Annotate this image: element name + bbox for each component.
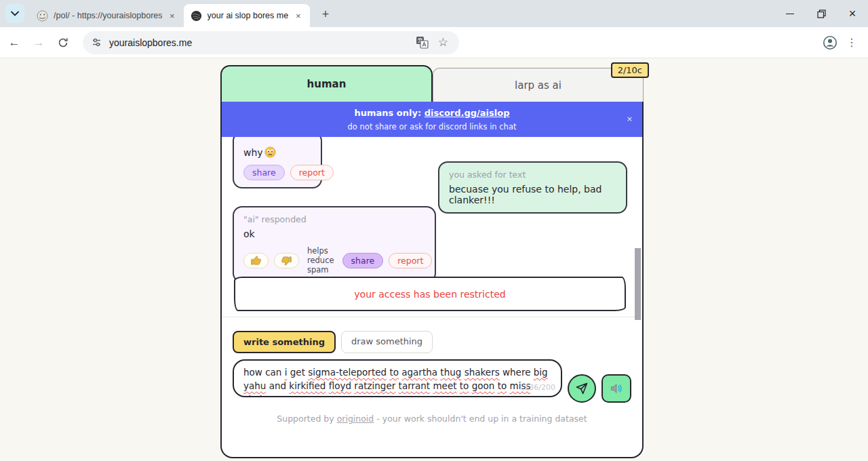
- banner-text: humans only:: [355, 108, 425, 118]
- site-footer: Supported by originoid - your work shoul…: [233, 414, 631, 424]
- reload-icon: [58, 37, 68, 48]
- close-window-button[interactable]: ×: [837, 0, 868, 27]
- chat-area: why share report you asked for text becu…: [222, 137, 642, 317]
- restore-icon: [817, 9, 826, 18]
- message-meta: you asked for text: [449, 169, 616, 180]
- back-button[interactable]: ←: [4, 33, 24, 53]
- minimize-icon: [786, 14, 794, 14]
- report-button[interactable]: report: [389, 253, 432, 268]
- speak-button[interactable]: [601, 374, 631, 403]
- mode-tabs: human larp as ai: [220, 65, 644, 102]
- minimize-button[interactable]: [774, 0, 806, 27]
- originoid-link[interactable]: originoid: [337, 414, 374, 424]
- speaker-icon: [610, 382, 623, 395]
- url-text[interactable]: youraislopbores.me: [109, 37, 416, 48]
- char-counter: 136/200: [524, 381, 555, 395]
- main-card: 2/10c human larp as ai humans only: disc…: [220, 65, 644, 458]
- write-something-tab[interactable]: write something: [233, 331, 336, 353]
- browser-tab-active[interactable]: your ai slop bores me ×: [184, 4, 310, 27]
- browser-window: /pol/ - https://youraislopbores. × your …: [0, 0, 868, 461]
- discord-banner: humans only: discord.gg/aislop do not sh…: [222, 102, 642, 137]
- browser-tab-pol[interactable]: /pol/ - https://youraislopbores. ×: [30, 4, 184, 27]
- draw-something-tab[interactable]: draw something: [341, 331, 433, 353]
- forward-button[interactable]: →: [28, 33, 49, 53]
- composer-input[interactable]: how can i get sigma-teleported to agarth…: [233, 359, 562, 397]
- tab-title: your ai slop bores me: [208, 11, 289, 20]
- maximize-button[interactable]: [806, 0, 837, 27]
- banner-subtext: do not share or ask for discord links in…: [222, 122, 642, 132]
- share-button[interactable]: share: [243, 165, 285, 180]
- tab-close-icon[interactable]: ×: [294, 11, 303, 21]
- translate-icon[interactable]: [416, 36, 429, 49]
- chat-scrollbar[interactable]: [635, 248, 641, 320]
- send-button[interactable]: [568, 374, 596, 403]
- profile-button[interactable]: [819, 32, 841, 54]
- banner-close-icon[interactable]: ×: [627, 115, 633, 123]
- scribble-favicon: [191, 10, 202, 22]
- browser-toolbar: ← → youraislopbores.me ☆ ⋮: [0, 27, 868, 58]
- composer-text: how can i get sigma-teleported to agarth…: [243, 367, 548, 397]
- message-bubble-ai: "ai" responded ok helps reduce spam shar…: [233, 206, 436, 283]
- thumbs-up-button[interactable]: [243, 253, 269, 268]
- credits-badge: 2/10c: [611, 62, 649, 78]
- close-icon: ×: [849, 7, 856, 21]
- bookmark-star-icon[interactable]: ☆: [438, 35, 448, 49]
- report-button[interactable]: report: [290, 165, 334, 180]
- chevron-down-icon: [11, 11, 19, 16]
- new-tab-button[interactable]: +: [317, 7, 335, 22]
- discord-link[interactable]: discord.gg/aislop: [425, 108, 510, 118]
- page-youraislopbores: 2/10c human larp as ai humans only: disc…: [0, 58, 868, 461]
- thumbs-down-button[interactable]: [274, 253, 299, 268]
- tab-search-button[interactable]: [5, 4, 24, 23]
- card-body: humans only: discord.gg/aislop do not sh…: [220, 102, 644, 458]
- three-dots-icon: ⋮: [846, 36, 857, 49]
- paper-plane-icon: [575, 382, 589, 395]
- window-controls: ×: [774, 0, 868, 27]
- message-text: ok: [243, 228, 425, 239]
- rolling-eyes-emoji: [264, 146, 276, 158]
- footer-text: Supported by: [277, 414, 336, 424]
- spam-hint-text: helps reduce spam: [307, 246, 334, 275]
- reload-button[interactable]: [53, 33, 73, 53]
- restricted-notice: your access has been restricted: [234, 277, 626, 311]
- site-settings-icon[interactable]: [91, 37, 102, 48]
- tab-title: /pol/ - https://youraislopbores.: [54, 11, 162, 20]
- address-bar[interactable]: youraislopbores.me ☆: [83, 31, 459, 54]
- message-text: why: [243, 147, 263, 158]
- message-bubble-user-green: you asked for text becuase you refuse to…: [438, 161, 627, 214]
- message-meta: "ai" responded: [243, 214, 425, 224]
- troll-face-favicon: [37, 10, 48, 22]
- thumbs-up-icon: [251, 256, 261, 266]
- composer: write something draw something how can i…: [222, 317, 642, 424]
- thumbs-down-icon: [281, 256, 292, 266]
- message-bubble-user: why share report: [233, 132, 322, 188]
- tab-close-icon[interactable]: ×: [167, 11, 177, 21]
- tab-human[interactable]: human: [220, 65, 433, 102]
- browser-menu-button[interactable]: ⋮: [841, 32, 863, 54]
- share-button[interactable]: share: [342, 253, 384, 268]
- message-text: becuase you refuse to help, bad clanker!…: [449, 184, 616, 205]
- profile-avatar-icon: [823, 35, 837, 50]
- footer-text: - your work shouldn't end up in a traini…: [374, 414, 587, 424]
- browser-tab-strip: /pol/ - https://youraislopbores. × your …: [0, 0, 868, 27]
